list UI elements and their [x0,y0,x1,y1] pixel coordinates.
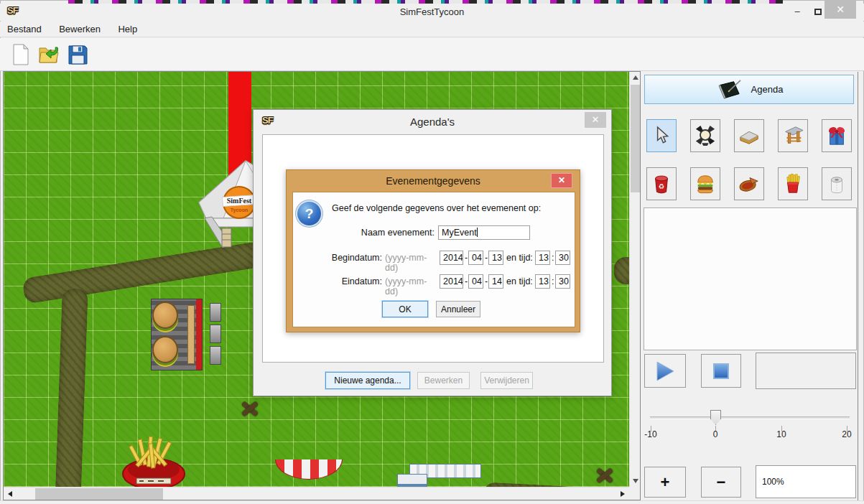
tent-logo: SimFest Tycoon [223,187,256,218]
new-agenda-button[interactable]: Nieuwe agenda... [325,372,410,389]
tool-pizza[interactable] [734,167,764,200]
begin-minute-input[interactable]: 30 [555,251,570,265]
tool-select-cursor[interactable] [646,119,677,152]
event-prompt: Geef de volgende gegevens over het eveme… [332,203,541,213]
toilet-block[interactable] [397,474,427,487]
open-folder-icon[interactable] [37,43,60,66]
begin-month-input[interactable]: 04 [468,251,483,265]
striped-tent-roof[interactable] [275,459,343,480]
save-floppy-icon[interactable] [66,43,89,66]
text-caret [477,228,478,237]
tool-gift[interactable] [822,119,852,152]
tool-spotlight[interactable] [690,119,720,152]
spotlight-icon [695,125,716,146]
speed-slider-handle[interactable] [710,410,721,425]
map-horizontal-scrollbar[interactable] [4,487,629,500]
bench[interactable] [210,303,221,368]
dialog-title: Agenda's [254,110,611,134]
scroll-left-icon[interactable] [8,491,12,497]
tool-hamburger[interactable] [690,167,720,200]
menu-bar: Bestand Bewerken Help [0,22,864,37]
begin-year-input[interactable]: 2014 [440,251,463,265]
begin-hour-input[interactable]: 13 [535,251,550,265]
menu-bestand[interactable]: Bestand [0,22,49,37]
date-separator: - [485,276,488,286]
stop-icon [712,363,730,380]
map-vertical-scrollbar[interactable] [629,72,640,487]
slider-label: -10 [636,429,665,439]
end-month-input[interactable]: 04 [468,274,483,289]
maximize-box [814,9,822,15]
name-label: Naam evenement: [293,228,435,238]
agenda-button[interactable]: Agenda [644,75,854,104]
dialog-title: Evenementgegevens [287,170,580,192]
stage-structure-icon [782,125,804,146]
delete-agenda-button[interactable]: Verwijderen [480,372,533,389]
edit-agenda-button[interactable]: Bewerken [417,372,470,389]
close-icon[interactable]: ✕ [585,112,606,128]
stand-counter-plank [187,305,195,364]
scroll-up-icon[interactable] [633,75,638,80]
cancel-button[interactable]: Annuleer [436,301,480,317]
menu-help[interactable]: Help [111,22,144,37]
agenda-button-label: Agenda [751,84,784,95]
zoom-level-field[interactable]: 100% [756,465,856,498]
scroll-down-icon[interactable] [633,479,638,483]
event-data-dialog: Evenementgegevens ✕ ? Geef de volgende g… [286,169,580,332]
slider-label: 0 [701,429,730,439]
toolbar [0,38,864,71]
end-hour-input[interactable]: 13 [535,274,550,289]
tool-trash-bin[interactable]: ♻ [646,167,677,200]
pizza-icon [738,173,760,195]
tool-stage-structure[interactable] [778,119,808,152]
zoom-out-button[interactable]: − [701,467,741,498]
end-label: Eindatum: [293,276,382,286]
time-separator: : [552,276,554,286]
play-button[interactable] [644,354,686,388]
scroll-thumb[interactable] [35,488,163,500]
fries-stand[interactable] [121,434,187,487]
trash-bin-icon: ♻ [651,173,672,195]
end-minute-input[interactable]: 30 [555,274,570,289]
date-separator: - [465,253,468,263]
event-dialog-content: ? Geef de volgende gegevens over het eve… [292,192,575,327]
dirt-path-top [22,241,264,304]
date-format-hint: (yyyy-mm-dd) [385,276,438,297]
tool-toilet-paper[interactable] [822,167,852,200]
slider-label: 20 [832,429,861,439]
time-separator: : [552,253,554,263]
begin-label: Begindatum: [293,253,382,263]
speed-slider-track[interactable] [650,416,850,419]
menu-bewerken[interactable]: Bewerken [52,22,108,37]
wooden-cross-marker[interactable] [241,399,259,418]
minimize-icon[interactable]: – [788,4,807,20]
tool-stage-floor[interactable] [734,119,764,152]
end-day-input[interactable]: 14 [488,274,503,289]
stop-button[interactable] [701,354,741,388]
close-icon[interactable]: ✕ [824,0,856,19]
svg-text:Tycoon: Tycoon [231,207,248,213]
dirt-path-stub [614,257,629,284]
burger-roof [152,336,178,363]
wooden-cross-marker[interactable] [595,466,614,485]
end-date-row: Eindatum: (yyyy-mm-dd) 2014 - 04 - 14 en… [293,274,576,289]
scroll-thumb[interactable] [631,85,640,192]
begin-day-input[interactable]: 13 [488,251,503,265]
agenda-listbox[interactable] [644,207,857,350]
fries-icon [782,173,804,195]
playback-status-box [756,353,856,389]
close-icon[interactable]: ✕ [551,173,572,188]
tool-fries[interactable] [778,167,808,200]
scroll-right-icon[interactable] [621,491,625,497]
ok-button[interactable]: OK [382,301,428,317]
play-icon [654,360,676,382]
new-file-icon[interactable] [9,43,32,66]
slider-label: 10 [767,429,796,439]
gift-icon [826,125,847,146]
end-year-input[interactable]: 2014 [440,274,463,289]
date-format-hint: (yyyy-mm-dd) [385,253,438,273]
time-label: en tijd: [506,253,533,263]
agenda-book-icon [715,79,744,101]
event-name-input[interactable]: MyEvent [438,225,530,240]
zoom-in-button[interactable]: + [644,467,686,498]
